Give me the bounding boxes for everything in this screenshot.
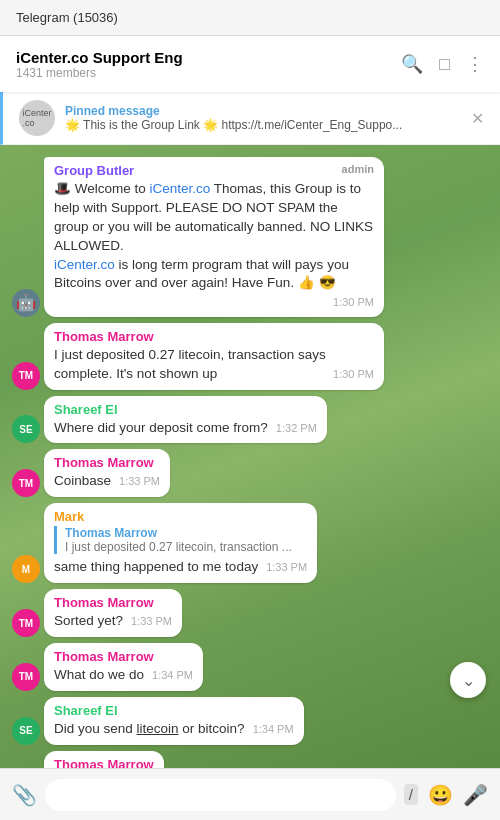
pinned-chat-icon: iCenter.co bbox=[19, 100, 55, 136]
avatar: 🤖 bbox=[12, 289, 40, 317]
sender-name: Thomas Marrow bbox=[54, 329, 374, 344]
sender-name: Mark bbox=[54, 509, 307, 524]
table-row: TM Thomas Marrow Sorted yet? 1:33 PM bbox=[8, 589, 492, 637]
avatar: SE bbox=[12, 717, 40, 745]
message-bubble: Group Butler admin 🎩 Welcome to iCenter.… bbox=[44, 157, 384, 317]
quote-author: Thomas Marrow bbox=[65, 526, 307, 540]
message-time: 1:33 PM bbox=[119, 474, 160, 489]
chat-title: iCenter.co Support Eng bbox=[16, 49, 183, 66]
message-bubble: Thomas Marrow Coinbase 1:33 PM bbox=[44, 449, 170, 497]
message-text: What do we do 1:34 PM bbox=[54, 666, 193, 685]
message-text: Where did your deposit come from? 1:32 P… bbox=[54, 419, 317, 438]
message-text: same thing happened to me today 1:33 PM bbox=[54, 558, 307, 577]
admin-badge: admin bbox=[342, 163, 374, 175]
message-bubble: Shareef El Did you send litecoin or bitc… bbox=[44, 697, 304, 745]
message-text: I just deposited 0.27 litecoin, transact… bbox=[54, 346, 374, 384]
message-bubble: Mark Thomas Marrow I just deposited 0.27… bbox=[44, 503, 317, 583]
message-time: 1:34 PM bbox=[152, 668, 193, 683]
message-text: Did you send litecoin or bitcoin? 1:34 P… bbox=[54, 720, 294, 739]
table-row: SE Shareef El Did you send litecoin or b… bbox=[8, 697, 492, 745]
table-row: TM Thomas Marrow I just deposited 0.27 l… bbox=[8, 323, 492, 390]
emoji-icon[interactable]: 😀 bbox=[428, 783, 453, 807]
quote-text: I just deposited 0.27 litecoin, transact… bbox=[65, 540, 307, 554]
message-text: 🎩 Welcome to iCenter.co Thomas, this Gro… bbox=[54, 180, 374, 311]
table-row: M Mark Thomas Marrow I just deposited 0.… bbox=[8, 503, 492, 583]
message-bubble: Thomas Marrow I just deposited 0.27 lite… bbox=[44, 323, 384, 390]
sender-name: Shareef El bbox=[54, 703, 294, 718]
chat-area: 🤖 Group Butler admin 🎩 Welcome to iCente… bbox=[0, 145, 500, 768]
message-time: 1:32 PM bbox=[276, 421, 317, 436]
message-text: Coinbase 1:33 PM bbox=[54, 472, 160, 491]
messages-list: 🤖 Group Butler admin 🎩 Welcome to iCente… bbox=[8, 157, 492, 768]
message-text: Sorted yet? 1:33 PM bbox=[54, 612, 172, 631]
message-time: 1:30 PM bbox=[333, 295, 374, 310]
header-icons: 🔍 □ ⋮ bbox=[401, 53, 484, 75]
message-time: 1:33 PM bbox=[131, 614, 172, 629]
attach-icon[interactable]: 📎 bbox=[12, 783, 37, 807]
message-bubble: Thomas Marrow What do we do 1:34 PM bbox=[44, 643, 203, 691]
chat-header: iCenter.co Support Eng 1431 members 🔍 □ … bbox=[0, 36, 500, 92]
message-time: 1:33 PM bbox=[266, 560, 307, 575]
member-count: 1431 members bbox=[16, 66, 183, 80]
pinned-content: Pinned message 🌟 This is the Group Link … bbox=[65, 104, 463, 132]
message-time: 1:34 PM bbox=[253, 722, 294, 737]
table-row: 🤖 Group Butler admin 🎩 Welcome to iCente… bbox=[8, 157, 492, 317]
avatar: TM bbox=[12, 362, 40, 390]
message-bubble: Shareef El Where did your deposit come f… bbox=[44, 396, 327, 444]
message-bubble: Thomas Marrow Sorted yet? 1:33 PM bbox=[44, 589, 182, 637]
sender-name: Shareef El bbox=[54, 402, 317, 417]
bottom-right-icons: / 😀 🎤 bbox=[404, 783, 488, 807]
pinned-bar[interactable]: iCenter.co Pinned message 🌟 This is the … bbox=[0, 92, 500, 145]
quote-block: Thomas Marrow I just deposited 0.27 lite… bbox=[54, 526, 307, 554]
avatar: SE bbox=[12, 415, 40, 443]
bottom-bar: 📎 / 😀 🎤 bbox=[0, 768, 500, 820]
avatar: TM bbox=[12, 663, 40, 691]
more-icon[interactable]: ⋮ bbox=[466, 53, 484, 75]
table-row: TM Thomas Marrow Coinbase 1:33 PM bbox=[8, 449, 492, 497]
sender-name: Thomas Marrow bbox=[54, 595, 172, 610]
message-bubble: Thomas Marrow Litecoin 1:34 PM bbox=[44, 751, 164, 768]
close-pinned-icon[interactable]: ✕ bbox=[471, 109, 484, 128]
table-row: SE Shareef El Where did your deposit com… bbox=[8, 396, 492, 444]
scroll-to-bottom-button[interactable]: ⌄ bbox=[450, 662, 486, 698]
sender-name: Thomas Marrow bbox=[54, 649, 193, 664]
header-info: iCenter.co Support Eng 1431 members bbox=[16, 49, 183, 80]
table-row: TM Thomas Marrow Litecoin 1:34 PM bbox=[8, 751, 492, 768]
title-bar: Telegram (15036) bbox=[0, 0, 500, 36]
pinned-label: Pinned message bbox=[65, 104, 463, 118]
table-row: TM Thomas Marrow What do we do 1:34 PM bbox=[8, 643, 492, 691]
message-input[interactable] bbox=[45, 779, 396, 811]
pinned-text: 🌟 This is the Group Link 🌟 https://t.me/… bbox=[65, 118, 463, 132]
sender-name: Thomas Marrow bbox=[54, 455, 160, 470]
command-icon[interactable]: / bbox=[404, 784, 418, 805]
mic-icon[interactable]: 🎤 bbox=[463, 783, 488, 807]
avatar: M bbox=[12, 555, 40, 583]
sender-name: Thomas Marrow bbox=[54, 757, 154, 768]
search-icon[interactable]: 🔍 bbox=[401, 53, 423, 75]
message-time: 1:30 PM bbox=[333, 367, 374, 382]
layout-icon[interactable]: □ bbox=[439, 54, 450, 75]
sender-name: Group Butler admin bbox=[54, 163, 374, 178]
avatar: TM bbox=[12, 469, 40, 497]
app-title: Telegram (15036) bbox=[16, 10, 118, 25]
chevron-down-icon: ⌄ bbox=[462, 671, 475, 690]
avatar: TM bbox=[12, 609, 40, 637]
